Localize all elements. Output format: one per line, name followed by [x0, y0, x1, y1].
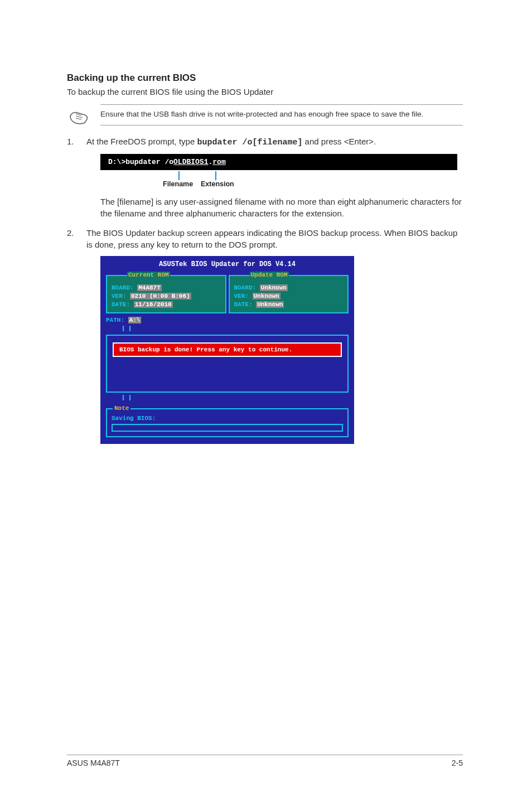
upd-board-val: Unknown: [260, 284, 288, 291]
update-rom-legend: Update ROM: [250, 272, 289, 278]
terminal-output: D:\>bupdater /oOLDBIOS1.rom: [100, 154, 457, 170]
intro-text: To backup the current BIOS file using th…: [67, 87, 463, 96]
current-rom-legend: Current ROM: [127, 272, 170, 278]
upd-board-label: BOARD:: [234, 284, 257, 291]
cur-board-label: BOARD:: [112, 284, 134, 291]
note-callout: Ensure that the USB flash drive is not w…: [100, 104, 463, 125]
path-value: A:\: [128, 317, 142, 323]
bios-note-box: Note Saving BIOS:: [106, 408, 349, 437]
saving-bios-label: Saving BIOS:: [112, 415, 343, 422]
step1-command: bupdater /o[filename]: [197, 138, 302, 147]
upd-date-val: Unknown: [256, 301, 284, 308]
terminal-ext: rom: [212, 158, 225, 166]
upd-ver-val: Unknown: [253, 293, 280, 299]
progress-bar: [112, 424, 343, 432]
page-footer: ASUS M4A87T 2-5: [67, 755, 463, 767]
note-text: Ensure that the USB flash drive is not w…: [100, 110, 423, 118]
cur-board-val: M4A87T: [137, 284, 162, 291]
hand-note-icon: [68, 108, 90, 129]
step-1: 1. At the FreeDOS prompt, type bupdater …: [67, 136, 463, 148]
terminal-prompt: D:\>: [108, 158, 125, 166]
bios-updater-window: ASUSTek BIOS Updater for DOS V4.14 Curre…: [100, 256, 354, 444]
step-number: 1.: [67, 136, 86, 148]
cur-ver-val: 0210 (H:00 B:06): [130, 293, 191, 299]
terminal-cmd: bupdater /o: [125, 158, 173, 166]
cur-date-label: DATE:: [112, 301, 130, 308]
step1-pre: At the FreeDOS prompt, type: [86, 137, 197, 146]
step2-text: The BIOS Updater backup screen appears i…: [86, 227, 463, 250]
current-rom-box: Current ROM BOARD: M4A87T VER: 0210 (H:0…: [106, 275, 226, 313]
step1-explanation: The [filename] is any user-assigned file…: [100, 196, 463, 219]
bios-title: ASUSTek BIOS Updater for DOS V4.14: [106, 260, 349, 268]
cur-ver-label: VER:: [112, 293, 126, 299]
filename-callouts: Filename Extension: [100, 171, 463, 190]
footer-left: ASUS M4A87T: [67, 758, 120, 767]
filename-label: Filename: [163, 180, 193, 188]
terminal-filename: OLDBIOS1: [173, 158, 208, 166]
bios-message-area: BIOS backup is done! Press any key to co…: [106, 335, 349, 393]
update-rom-box: Update ROM BOARD: Unknown VER: Unknown D…: [229, 275, 349, 313]
upd-date-label: DATE:: [234, 301, 253, 308]
path-label: PATH:: [106, 317, 124, 323]
bios-done-message: BIOS backup is done! Press any key to co…: [113, 342, 342, 357]
extension-label: Extension: [201, 180, 234, 188]
upd-ver-label: VER:: [234, 293, 249, 299]
cur-date-val: 11/16/2010: [134, 301, 173, 308]
step1-post: and press <Enter>.: [302, 137, 376, 146]
section-heading: Backing up the current BIOS: [67, 73, 463, 84]
step-2: 2. The BIOS Updater backup screen appear…: [67, 227, 463, 250]
footer-right: 2-5: [452, 758, 463, 767]
step-number-2: 2.: [67, 227, 86, 250]
bios-note-legend: Note: [113, 405, 130, 412]
